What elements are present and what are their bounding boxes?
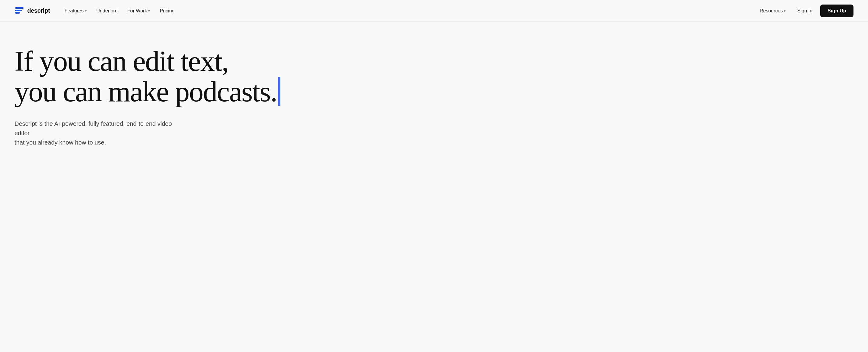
nav-right: Resources ▾ Sign In Sign Up (756, 4, 854, 17)
nav-item-resources[interactable]: Resources ▾ (756, 6, 789, 16)
hero-content: If you can edit text, you can make podca… (0, 22, 424, 165)
logo-text: descript (27, 7, 50, 14)
text-cursor (278, 77, 280, 106)
chevron-down-icon: ▾ (784, 9, 786, 13)
sign-up-button[interactable]: Sign Up (820, 4, 854, 17)
svg-rect-2 (15, 12, 20, 13)
nav-features-label: Features (64, 8, 84, 13)
nav-pricing-label: Pricing (160, 8, 175, 13)
nav-underlord-label: Underlord (96, 8, 118, 13)
nav-for-work-label: For Work (127, 8, 147, 13)
nav-links: Features ▾ Underlord For Work ▾ Pricing (61, 6, 178, 16)
nav-item-for-work[interactable]: For Work ▾ (124, 6, 154, 16)
nav-item-underlord[interactable]: Underlord (93, 6, 121, 16)
hero-headline: If you can edit text, you can make podca… (14, 46, 409, 107)
sign-in-button[interactable]: Sign In (792, 5, 818, 17)
headline-line2: you can make podcasts. (14, 76, 277, 107)
chevron-down-icon: ▾ (85, 9, 87, 13)
hero-subtext-line2: that you already know how to use. (14, 139, 106, 146)
svg-rect-1 (15, 10, 22, 11)
hero-section: If you can edit text, you can make podca… (0, 22, 868, 165)
nav-resources-label: Resources (760, 8, 783, 13)
hero-subtext-line1: Descript is the AI-powered, fully featur… (14, 120, 172, 136)
headline-line2-wrap: you can make podcasts. (14, 76, 280, 107)
hero-subtext: Descript is the AI-powered, fully featur… (14, 119, 184, 147)
nav-left: descript Features ▾ Underlord For Work ▾… (14, 6, 178, 16)
navbar: descript Features ▾ Underlord For Work ▾… (0, 0, 868, 22)
svg-rect-0 (15, 7, 24, 9)
nav-item-features[interactable]: Features ▾ (61, 6, 90, 16)
chevron-down-icon: ▾ (148, 9, 150, 13)
headline-line1: If you can edit text, (14, 46, 409, 76)
descript-logo-icon (14, 6, 24, 16)
nav-item-pricing[interactable]: Pricing (156, 6, 178, 16)
logo-link[interactable]: descript (14, 6, 50, 16)
